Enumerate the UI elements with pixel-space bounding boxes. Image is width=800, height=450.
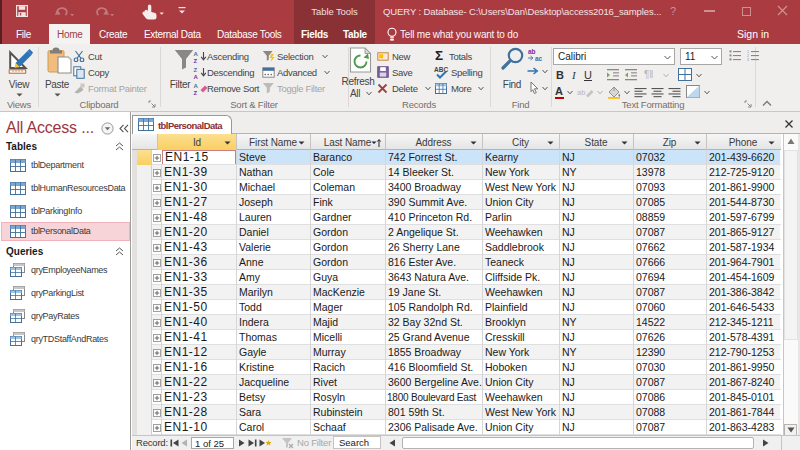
svg-text:Z: Z	[194, 58, 198, 64]
svg-text:ac: ac	[535, 55, 543, 61]
svg-text:ABC: ABC	[434, 66, 448, 73]
svg-text:A: A	[194, 83, 199, 89]
svg-text:A: A	[194, 74, 199, 80]
svg-text:ab: ab	[528, 48, 536, 55]
svg-text:A: A	[194, 51, 199, 57]
svg-text:Z: Z	[194, 67, 198, 73]
svg-text:3: 3	[747, 58, 749, 61]
svg-text:Z: Z	[194, 90, 198, 96]
svg-text:ab: ab	[577, 88, 585, 97]
